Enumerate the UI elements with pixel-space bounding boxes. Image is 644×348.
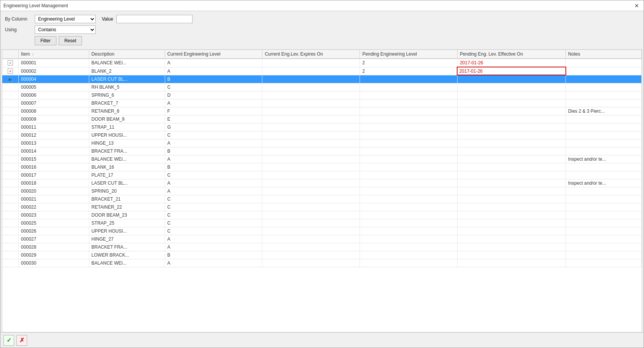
table-row[interactable]: 000025STRAP_25C (2, 219, 642, 227)
pending-eng-level-cell (360, 147, 458, 155)
row-ctrl-cell[interactable] (2, 147, 19, 155)
row-ctrl-cell[interactable] (2, 211, 19, 219)
table-row[interactable]: 000020SPRING_20A (2, 187, 642, 195)
table-row[interactable]: 000009DOOR BEAM_9E (2, 115, 642, 123)
notes-cell (566, 83, 642, 91)
table-row[interactable]: 000013HINGE_13A (2, 139, 642, 147)
col-header-cel[interactable]: Current Engineering Level (165, 50, 262, 59)
table-row[interactable]: 000017PLATE_17C (2, 171, 642, 179)
pending-eng-level-cell (360, 163, 458, 171)
notes-cell (566, 99, 642, 107)
pending-eng-level-cell (360, 179, 458, 187)
row-ctrl-cell[interactable] (2, 91, 19, 99)
pending-eng-effective-cell (457, 195, 565, 203)
row-ctrl-cell[interactable] (2, 187, 19, 195)
reset-button[interactable]: Reset (59, 36, 82, 45)
description-cell: BRACKET FRA... (89, 147, 165, 155)
col-header-pel[interactable]: Pending Engineering Level (360, 50, 458, 59)
pending-eng-effective-cell (457, 179, 565, 187)
current-eng-expires-cell (262, 235, 360, 243)
item-cell: 000022 (19, 203, 89, 211)
current-eng-expires-cell (262, 251, 360, 259)
row-ctrl-cell[interactable] (2, 219, 19, 227)
col-header-item[interactable]: Item ↑ (19, 50, 89, 59)
pending-eng-effective-cell (457, 139, 565, 147)
current-eng-level-cell: B (165, 75, 262, 83)
table-row[interactable]: 000016BLANK_16B (2, 163, 642, 171)
current-eng-level-cell: A (165, 179, 262, 187)
item-cell: 000023 (19, 211, 89, 219)
row-ctrl-cell[interactable] (2, 115, 19, 123)
table-header-row: Item ↑ Description Current Engineering L… (2, 50, 642, 59)
description-cell: STRAP_25 (89, 219, 165, 227)
table-row[interactable]: 000023DOOR BEAM_23C (2, 211, 642, 219)
table-row[interactable]: 000008RETAINER_8FDies 2 & 3 Pierc... (2, 107, 642, 115)
table-row[interactable]: 000007BRACKET_7A (2, 99, 642, 107)
table-row[interactable]: 000006SPRING_6D (2, 91, 642, 99)
row-ctrl-cell[interactable]: ▶ (2, 75, 19, 83)
row-ctrl-cell[interactable] (2, 163, 19, 171)
row-ctrl-cell[interactable] (2, 131, 19, 139)
table-row[interactable]: +000001BALANCE WEI...A22017-01-26 (2, 59, 642, 67)
row-ctrl-cell[interactable] (2, 171, 19, 179)
table-row[interactable]: 000030BALANCE WEI...A (2, 259, 642, 267)
window-title: Engineering Level Management (3, 3, 68, 8)
table-row[interactable]: 000026UPPER HOUSI...C (2, 227, 642, 235)
item-cell: 000005 (19, 83, 89, 91)
table-row[interactable]: 000014BRACKET FRA...B (2, 147, 642, 155)
table-row[interactable]: 000012UPPER HOUSI...C (2, 131, 642, 139)
using-select[interactable]: Contains Equals Starts With (35, 26, 96, 34)
table-row[interactable]: ×000002BLANK_2A22017-01-26 (2, 67, 642, 75)
table-row[interactable]: 000027HINGE_27A (2, 235, 642, 243)
table-row[interactable]: 000028BRACKET FRA...A (2, 243, 642, 251)
table-row[interactable]: ▶000004LASER CUT BL...B (2, 75, 642, 83)
notes-cell (566, 75, 642, 83)
cancel-button[interactable]: ✗ (16, 335, 27, 346)
col-header-description[interactable]: Description (89, 50, 165, 59)
row-ctrl-cell[interactable]: × (2, 67, 19, 75)
row-ctrl-cell[interactable] (2, 139, 19, 147)
current-eng-expires-cell (262, 219, 360, 227)
row-ctrl-cell[interactable] (2, 83, 19, 91)
row-ctrl-cell[interactable] (2, 243, 19, 251)
row-ctrl-cell[interactable] (2, 203, 19, 211)
by-column-select[interactable]: Engineering Level Item Description (35, 15, 96, 23)
row-ctrl-cell[interactable] (2, 235, 19, 243)
current-eng-expires-cell (262, 243, 360, 251)
notes-cell: Dies 2 & 3 Pierc... (566, 107, 642, 115)
col-header-peeo[interactable]: Pending Eng. Lev. Effective On (457, 50, 565, 59)
table-row[interactable]: 000021BRACKET_21C (2, 195, 642, 203)
table-row[interactable]: 000011STRAP_11G (2, 123, 642, 131)
pending-eng-effective-cell (457, 147, 565, 155)
table-row[interactable]: 000005RH BLANK_5C (2, 83, 642, 91)
pending-eng-effective-cell (457, 115, 565, 123)
expand-icon[interactable]: + (8, 60, 13, 65)
table-row[interactable]: 000015BALANCE WEI...AInspect and/or te..… (2, 155, 642, 163)
row-ctrl-cell[interactable] (2, 227, 19, 235)
row-ctrl-cell[interactable] (2, 107, 19, 115)
collapse-icon[interactable]: × (8, 69, 13, 74)
filter-button[interactable]: Filter (35, 36, 56, 45)
notes-cell: Inspect and/or te... (566, 179, 642, 187)
row-ctrl-cell[interactable] (2, 259, 19, 267)
row-ctrl-cell[interactable] (2, 99, 19, 107)
close-button[interactable]: ✕ (633, 3, 641, 9)
pending-eng-effective-cell (457, 107, 565, 115)
pending-eng-effective-cell (457, 235, 565, 243)
col-header-ceeo[interactable]: Current Eng.Lev. Expires On (262, 50, 360, 59)
confirm-button[interactable]: ✓ (3, 335, 14, 346)
row-ctrl-cell[interactable] (2, 123, 19, 131)
description-cell: PLATE_17 (89, 171, 165, 179)
description-cell: LASER CUT BL... (89, 179, 165, 187)
pending-eng-effective-cell[interactable]: 2017-01-26 (457, 67, 565, 75)
table-row[interactable]: 000022RETAINER_22C (2, 203, 642, 211)
value-input[interactable] (116, 15, 193, 23)
row-ctrl-cell[interactable] (2, 251, 19, 259)
row-ctrl-cell[interactable] (2, 179, 19, 187)
row-ctrl-cell[interactable] (2, 155, 19, 163)
col-header-notes[interactable]: Notes (566, 50, 642, 59)
row-ctrl-cell[interactable]: + (2, 59, 19, 67)
table-row[interactable]: 000029LOWER BRACK...B (2, 251, 642, 259)
table-row[interactable]: 000018LASER CUT BL...AInspect and/or te.… (2, 179, 642, 187)
row-ctrl-cell[interactable] (2, 195, 19, 203)
